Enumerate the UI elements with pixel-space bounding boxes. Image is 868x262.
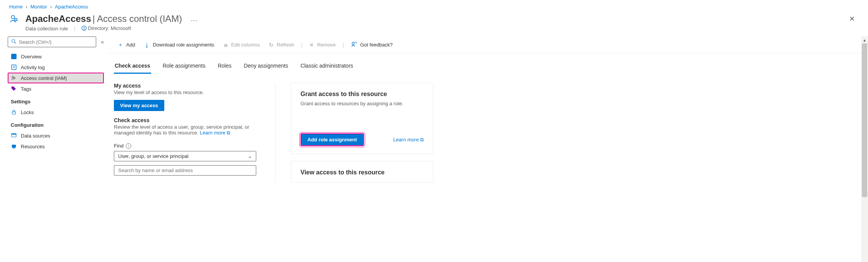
resource-icon (9, 13, 20, 24)
svg-point-15 (352, 42, 354, 45)
tab-role-assignments[interactable]: Role assignments (162, 60, 206, 74)
lock-icon (11, 109, 17, 115)
download-role-assignments-button[interactable]: ⭳ Download role assignments (140, 40, 218, 50)
add-role-assignment-button[interactable]: Add role assignment (300, 133, 364, 146)
svg-rect-10 (12, 112, 16, 114)
plus-icon: ＋ (118, 41, 123, 48)
download-icon: ⭳ (144, 42, 150, 48)
sidebar-item-label: Overview (21, 54, 42, 60)
tab-roles[interactable]: Roles (217, 60, 232, 74)
overview-icon (11, 53, 17, 60)
svg-point-0 (11, 15, 15, 19)
refresh-button[interactable]: ↻ Refresh (265, 40, 298, 50)
breadcrumb-home[interactable]: Home (9, 4, 23, 10)
external-link-icon: ⧉ (227, 130, 230, 136)
sidebar-item-label: Data sources (21, 133, 50, 139)
view-access-card: View access to this resource (291, 161, 433, 182)
toolbar: ＋ Add ⭳ Download role assignments ≣ Edit… (108, 36, 868, 53)
sidebar-item-label: Locks (21, 109, 34, 115)
sidebar-item-label: Activity log (21, 65, 45, 70)
learn-more-link[interactable]: Learn more ⧉ (393, 137, 424, 143)
left-panel: My access View my level of access to thi… (114, 83, 275, 182)
svg-rect-14 (13, 148, 15, 148)
chevron-right-icon: › (26, 4, 27, 10)
page-subtitle: Data collection rule | ⓘ Directory: Micr… (0, 24, 868, 36)
chevron-down-icon: ⌄ (248, 153, 252, 159)
search-principal-input[interactable] (114, 165, 256, 176)
sidebar: « Overview Activity log Access control (… (0, 36, 108, 262)
check-access-title: Check access (114, 117, 266, 123)
edit-columns-button[interactable]: ≣ Edit columns (220, 40, 264, 50)
scrollbar-thumb[interactable] (862, 43, 867, 197)
sidebar-item-overview[interactable]: Overview (8, 51, 104, 62)
page-title: ApacheAccess | Access control (IAM) (25, 13, 182, 24)
sidebar-section-configuration: Configuration (8, 118, 104, 130)
sidebar-search[interactable] (8, 36, 96, 47)
tabs: Check access Role assignments Roles Deny… (108, 53, 868, 74)
refresh-icon: ↻ (269, 42, 274, 48)
sidebar-item-resources[interactable]: Resources (8, 141, 104, 152)
svg-rect-12 (12, 134, 16, 135)
check-access-desc: Review the level of access a user, group… (114, 124, 266, 136)
content: ＋ Add ⭳ Download role assignments ≣ Edit… (108, 36, 868, 262)
view-my-access-button[interactable]: View my access (114, 100, 164, 111)
breadcrumb-resource[interactable]: ApacheAccess (55, 4, 88, 10)
chevron-right-icon: › (50, 4, 52, 10)
grant-access-desc: Grant access to resources by assigning a… (300, 101, 424, 106)
sidebar-section-settings: Settings (8, 94, 104, 107)
breadcrumb: Home › Monitor › ApacheAccess (0, 0, 868, 12)
svg-point-8 (12, 76, 13, 78)
info-icon[interactable]: i (126, 143, 131, 149)
feedback-icon (351, 41, 357, 48)
close-button[interactable]: ✕ (849, 15, 855, 23)
breadcrumb-monitor[interactable]: Monitor (30, 4, 47, 10)
tab-classic-administrators[interactable]: Classic administrators (300, 60, 354, 74)
info-icon: ⓘ (82, 25, 87, 31)
more-button[interactable]: … (187, 15, 197, 23)
tab-check-access[interactable]: Check access (114, 60, 151, 74)
svg-rect-4 (11, 54, 17, 59)
my-access-title: My access (114, 83, 266, 89)
external-link-icon: ⧉ (420, 137, 424, 143)
sidebar-item-label: Resources (21, 144, 45, 149)
find-type-dropdown[interactable]: User, group, or service principal ⌄ (114, 151, 256, 161)
tags-icon (11, 86, 17, 92)
dropdown-selected-value: User, group, or service principal (118, 153, 189, 159)
tab-deny-assignments[interactable]: Deny assignments (243, 60, 289, 74)
search-icon (11, 39, 17, 45)
grant-access-card: Grant access to this resource Grant acce… (291, 83, 433, 154)
remove-button[interactable]: ✕ Remove (305, 40, 339, 50)
sidebar-item-data-sources[interactable]: Data sources (8, 130, 104, 141)
my-access-desc: View my level of access to this resource… (114, 90, 266, 95)
grant-access-title: Grant access to this resource (300, 91, 424, 98)
activity-log-icon (11, 64, 17, 70)
access-control-icon (11, 75, 17, 81)
sidebar-item-label: Tags (21, 86, 31, 92)
svg-rect-13 (12, 145, 16, 148)
add-button[interactable]: ＋ Add (114, 40, 139, 50)
remove-icon: ✕ (309, 42, 314, 48)
page-title-row: ApacheAccess | Access control (IAM) … ✕ (0, 12, 868, 24)
collapse-sidebar-button[interactable]: « (101, 39, 104, 45)
sidebar-search-input[interactable] (19, 39, 93, 45)
view-access-title: View access to this resource (300, 169, 424, 176)
sidebar-item-locks[interactable]: Locks (8, 107, 104, 118)
svg-point-9 (14, 77, 15, 78)
scrollbar[interactable]: ▲ (861, 36, 868, 262)
scroll-up-icon[interactable]: ▲ (861, 36, 868, 43)
learn-more-link[interactable]: Learn more ⧉ (200, 130, 230, 136)
resources-icon (11, 143, 17, 149)
sidebar-item-activity-log[interactable]: Activity log (8, 62, 104, 73)
svg-line-3 (15, 42, 16, 43)
resource-type-label: Data collection rule (25, 26, 68, 32)
columns-icon: ≣ (224, 42, 228, 48)
feedback-button[interactable]: Got feedback? (347, 40, 397, 50)
svg-point-2 (12, 39, 15, 42)
right-panel: Grant access to this resource Grant acce… (291, 83, 433, 182)
find-label: Find (114, 143, 124, 149)
sidebar-item-tags[interactable]: Tags (8, 83, 104, 94)
data-sources-icon (11, 133, 17, 139)
directory-label: Directory: Microsoft (88, 25, 131, 31)
sidebar-item-access-control[interactable]: Access control (IAM) (8, 73, 104, 83)
svg-point-1 (15, 18, 17, 21)
